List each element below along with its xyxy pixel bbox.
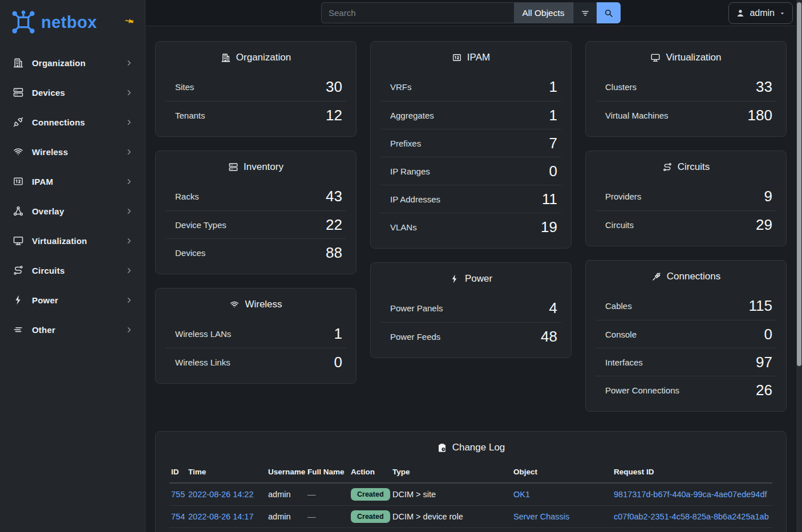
stat-row-interfaces[interactable]: Interfaces97 [596,348,776,376]
stat-row-prefixes[interactable]: Prefixes7 [380,129,561,157]
change-id-link-cell: 755 [169,483,187,506]
stat-row-tenants[interactable]: Tenants12 [165,101,346,129]
sidebar-item-organization[interactable]: Organization [0,48,145,78]
object-link[interactable]: Server Chassis [513,512,569,521]
chevron-right-icon [125,326,133,334]
stat-row-virtual-machines[interactable]: Virtual Machines180 [596,101,776,129]
logo-row[interactable]: netbox [0,0,145,44]
sidebar-item-circuits[interactable]: Circuits [0,255,145,285]
stat-row-vlans[interactable]: VLANs19 [380,213,561,241]
page-scrollbar[interactable] [796,0,802,532]
column-header-request-id[interactable]: Request ID [612,463,772,483]
stat-value[interactable]: 0 [549,163,557,180]
request-id-link[interactable]: 9817317d-b67f-440a-99ca-4ae07ede94df [614,490,767,499]
dashboard-column-1: OrganizationSites30Tenants12InventoryRac… [155,41,357,412]
stat-value[interactable]: 48 [541,328,557,346]
stat-row-ip-addresses[interactable]: IP Addresses11 [380,185,561,213]
stat-value[interactable]: 22 [326,216,342,234]
sidebar-item-label: Connections [32,117,117,127]
stat-value[interactable]: 180 [748,107,772,124]
user-menu-button[interactable]: admin [728,2,793,24]
changelog-title: Change Log [452,442,505,453]
stat-row-wireless-links[interactable]: Wireless Links0 [165,348,346,376]
object-link[interactable]: OK1 [513,490,530,499]
object-type-cell: DCIM > module bay template [391,528,512,532]
column-header-object[interactable]: Object [512,463,612,483]
stat-row-console[interactable]: Console0 [596,320,776,348]
card-header-wireless: Wireless [156,289,356,320]
stat-row-vrfs[interactable]: VRFs1 [380,73,561,101]
sidebar-item-ipam[interactable]: IPAM [0,166,145,196]
search-filter-button[interactable] [573,2,597,23]
card-title-text: IPAM [467,52,490,63]
stat-row-devices[interactable]: Devices88 [165,238,346,266]
stat-label: Racks [175,192,199,201]
stat-value[interactable]: 4 [549,299,557,317]
stat-row-cables[interactable]: Cables115 [596,292,776,320]
change-id-link[interactable]: 754 [171,512,185,521]
stat-value[interactable]: 19 [541,218,557,236]
stat-row-device-types[interactable]: Device Types22 [165,210,346,238]
sidebar-item-connections[interactable]: Connections [0,107,145,137]
stat-row-providers[interactable]: Providers9 [596,182,776,210]
stat-label: Interfaces [605,358,643,367]
request-id-link[interactable]: c07f0ab2-2351-4c58-825a-8b6a2425a1ab [614,512,769,521]
stat-row-ip-ranges[interactable]: IP Ranges0 [380,157,561,185]
card-header-ipam: IPAM [371,42,571,73]
stat-value[interactable]: 115 [749,297,772,315]
stat-value[interactable]: 1 [549,78,557,96]
stat-value[interactable]: 9 [764,188,772,205]
request-id-link-cell: c07f0ab2-2351-4c58-825a-8b6a2425a1ab [612,506,772,528]
change-id-link[interactable]: 755 [171,490,185,499]
stat-value[interactable]: 1 [334,325,342,343]
stat-value[interactable]: 0 [764,326,772,343]
stat-row-power-feeds[interactable]: Power Feeds48 [380,322,561,350]
column-header-type[interactable]: Type [391,463,512,483]
search-input[interactable] [321,2,514,23]
card-organization: OrganizationSites30Tenants12 [155,41,357,137]
search-submit-button[interactable] [597,2,621,23]
stat-row-sites[interactable]: Sites30 [165,73,346,101]
stat-row-power-panels[interactable]: Power Panels4 [380,294,561,322]
stat-label: Power Connections [605,385,679,395]
scrollbar-thumb[interactable] [797,2,801,366]
stat-row-circuits[interactable]: Circuits29 [596,210,776,238]
stat-value[interactable]: 30 [326,78,342,96]
stat-value[interactable]: 29 [756,216,772,234]
stat-value[interactable]: 33 [756,78,772,96]
stat-label: VLANs [390,222,417,232]
stat-row-wireless-lans[interactable]: Wireless LANs1 [165,320,346,348]
changelog-header-row: IDTimeUsernameFull NameActionTypeObjectR… [169,463,772,483]
column-header-id[interactable]: ID [169,463,187,483]
pin-sidebar-icon[interactable] [124,16,135,26]
stat-label: Virtual Machines [605,111,669,120]
sidebar-item-devices[interactable]: Devices [0,78,145,107]
change-time-link[interactable]: 2022-08-26 14:17 [188,512,254,521]
stat-value[interactable]: 43 [326,188,342,205]
building-icon [13,57,24,68]
stat-row-clusters[interactable]: Clusters33 [596,73,776,101]
stat-value[interactable]: 0 [334,354,342,371]
stat-value[interactable]: 12 [326,107,342,124]
column-header-action[interactable]: Action [349,463,391,483]
stat-row-aggregates[interactable]: Aggregates1 [380,101,561,129]
sidebar-item-power[interactable]: Power [0,285,145,315]
column-header-username[interactable]: Username [266,463,306,483]
stat-value[interactable]: 11 [542,190,557,208]
stat-row-racks[interactable]: Racks43 [165,182,346,210]
sidebar-item-virtualization[interactable]: Virtualization [0,226,145,255]
sidebar-item-other[interactable]: Other [0,315,145,344]
search-scope-button[interactable]: All Objects [514,2,573,23]
stat-value[interactable]: 7 [549,135,557,152]
stat-value[interactable]: 97 [756,354,772,371]
stat-row-power-connections[interactable]: Power Connections26 [596,376,776,404]
stat-value[interactable]: 26 [756,381,772,399]
column-header-time[interactable]: Time [187,463,266,483]
column-header-full-name[interactable]: Full Name [306,463,349,483]
stat-value[interactable]: 1 [549,107,557,124]
sidebar-item-overlay[interactable]: Overlay [0,196,145,226]
sidebar-item-wireless[interactable]: Wireless [0,137,145,166]
stat-value[interactable]: 88 [326,244,342,262]
change-time-link[interactable]: 2022-08-26 14:22 [188,490,254,499]
request-id-link-cell: 24807c61-9952-49c6-b8a5-69760bfcc4b3 [612,528,772,532]
